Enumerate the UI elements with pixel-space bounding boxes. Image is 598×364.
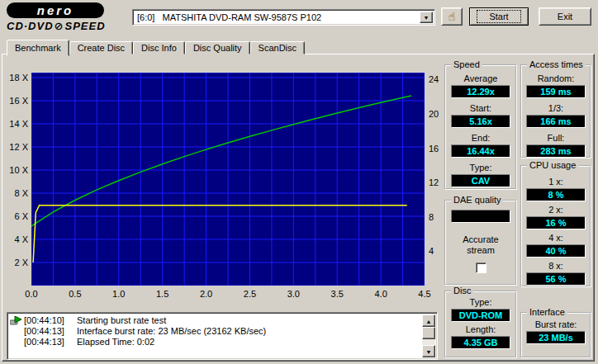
x-axis-tick: 0.0 [19, 289, 44, 299]
access_times-label: Full: [548, 133, 565, 144]
cpu_usage-value: 40 % [526, 244, 586, 258]
access_times-label: 1/3: [548, 103, 563, 114]
x-axis-tick: 2.5 [237, 289, 262, 299]
drive-select-value: [6:0] MATSHITA DVD-RAM SW-9587S P102 [137, 12, 321, 22]
pointing-hand-icon [448, 10, 456, 23]
access_times-item: Full:283 ms [526, 133, 586, 158]
interface-item: Burst rate:23 MB/s [526, 319, 586, 344]
cpu_usage-item: 4 x:40 % [526, 233, 586, 258]
log-timestamp: [00:44:13] [24, 326, 77, 337]
cpu_usage-value: 8 % [526, 188, 586, 201]
speed-label: Type: [470, 163, 492, 173]
x-axis-tick: 1.0 [107, 289, 131, 299]
cpu-usage-panel: CPU usage 1 x:8 %2 x:16 %4 x:40 %8 x:56 … [520, 165, 591, 287]
drive-select[interactable]: [6:0] MATSHITA DVD-RAM SW-9587S P102 [132, 9, 435, 26]
speed-value: 16.44x [451, 144, 510, 158]
speed-panel: Speed Average12.29xStart:5.16xEnd:16.44x… [444, 64, 517, 190]
access_times-value: 283 ms [526, 144, 586, 158]
speed-item: Average12.29x [451, 73, 510, 98]
start-button[interactable]: Start [469, 7, 529, 26]
disc-icon [54, 20, 65, 32]
scroll-thumb[interactable] [422, 327, 435, 339]
y-axis-left-tick: 18 X [5, 73, 28, 83]
nero-cd-dvd-speed-window: nero CD·DVDSPEED [6:0] MATSHITA DVD-RAM … [0, 0, 598, 364]
speed-value: CAV [451, 174, 510, 187]
scroll-up-button[interactable] [422, 314, 435, 327]
x-axis-tick: 4.0 [368, 289, 393, 299]
test-start-icon [10, 316, 22, 325]
cpu-usage-panel-title: CPU usage [527, 160, 578, 170]
log-message: Starting burst rate test [77, 315, 166, 325]
accurate-stream-checkbox[interactable] [476, 262, 486, 273]
access_times-value: 159 ms [526, 85, 586, 98]
status-log[interactable]: [00:44:10]Starting burst rate test[00:44… [7, 312, 438, 360]
disc-panel: Disc Type:DVD-ROMLength:4.35 GB [444, 291, 517, 358]
status-log-lines: [00:44:10]Starting burst rate test[00:44… [10, 315, 421, 357]
log-line: [00:44:10]Starting burst rate test [10, 315, 421, 326]
cd-dvd-text: CD·DVD [7, 20, 54, 32]
cpu_usage-item: 8 x:56 % [526, 261, 586, 286]
y-axis-left-tick: 12 X [5, 142, 28, 152]
speed-label: Average [464, 73, 498, 84]
log-line: [00:44:13]Interface burst rate: 23 MB/se… [10, 326, 421, 337]
dae-quality-panel-title: DAE quality [451, 195, 503, 205]
speed-item: Type:CAV [451, 163, 510, 187]
log-timestamp: [00:44:13] [24, 337, 77, 347]
x-axis-tick: 3.0 [281, 289, 306, 299]
y-axis-left-tick: 6 X [5, 211, 28, 221]
log-line: [00:44:13]Elapsed Time: 0:02 [10, 337, 421, 347]
cpu_usage-label: 2 x: [548, 205, 563, 215]
cpu_usage-value: 56 % [526, 272, 586, 286]
interface-panel: Interface Burst rate:23 MB/s [520, 312, 591, 358]
tab-disc-quality[interactable]: Disc Quality [185, 41, 250, 54]
log-message: Elapsed Time: 0:02 [77, 337, 154, 347]
chevron-down-icon[interactable] [420, 12, 433, 23]
nero-logo: nero [7, 2, 104, 18]
access-times-panel: Access times Random:159 ms1/3:166 msFull… [520, 64, 591, 158]
tab-bar: BenchmarkCreate DiscDisc InfoDisc Qualit… [7, 39, 305, 54]
disc-item: Length:4.35 GB [451, 324, 510, 349]
disc-label: Type: [470, 297, 492, 308]
cpu_usage-value: 16 % [526, 216, 586, 229]
tab-create-disc[interactable]: Create Disc [69, 41, 133, 54]
tab-scandisc[interactable]: ScanDisc [250, 41, 305, 54]
disc-label: Length: [466, 324, 496, 335]
log-message: Interface burst rate: 23 MB/sec (23162 K… [77, 326, 266, 336]
y-axis-left-tick: 8 X [5, 188, 28, 198]
y-axis-left-tick: 2 X [5, 258, 28, 267]
speed-label: Start: [470, 103, 491, 114]
interface-value: 23 MB/s [526, 331, 586, 344]
cpu_usage-item: 1 x:8 % [526, 177, 586, 201]
cpu_usage-label: 8 x: [548, 261, 563, 272]
cd-dvd-speed-wordmark: CD·DVDSPEED [7, 20, 131, 32]
y-axis-left-tick: 16 X [5, 96, 28, 106]
select-hand-button[interactable] [441, 7, 463, 26]
disc-item: Type:DVD-ROM [451, 297, 510, 322]
y-axis-left-tick: 4 X [5, 234, 28, 244]
benchmark-chart-plot [31, 73, 425, 286]
tab-benchmark[interactable]: Benchmark [7, 40, 69, 56]
x-axis-tick: 1.5 [150, 289, 175, 299]
interface-panel-title: Interface [527, 307, 567, 317]
speed-panel-title: Speed [451, 59, 482, 69]
cpu_usage-label: 4 x: [548, 233, 563, 243]
log-scrollbar[interactable] [422, 314, 435, 357]
access_times-item: 1/3:166 ms [526, 103, 586, 128]
access_times-item: Random:159 ms [526, 73, 586, 98]
speed-label: End: [472, 133, 491, 144]
exit-button[interactable]: Exit [539, 7, 591, 26]
log-timestamp: [00:44:10] [24, 315, 77, 326]
x-axis-tick: 3.5 [325, 289, 349, 299]
accurate-stream-label: Accurate stream [454, 234, 507, 256]
tab-disc-info[interactable]: Disc Info [133, 41, 185, 54]
y-axis-left-tick: 10 X [5, 165, 28, 175]
access_times-label: Random: [538, 73, 575, 84]
speed-value: 5.16x [451, 115, 510, 128]
scroll-down-button[interactable] [422, 345, 435, 357]
y-axis-left-tick: 14 X [5, 119, 28, 129]
interface-label: Burst rate: [535, 319, 577, 330]
speed-text: SPEED [64, 20, 105, 32]
disc-value: DVD-ROM [451, 309, 510, 322]
dae-quality-value [451, 210, 510, 223]
dae-quality-panel: DAE quality Accurate stream [444, 200, 517, 286]
